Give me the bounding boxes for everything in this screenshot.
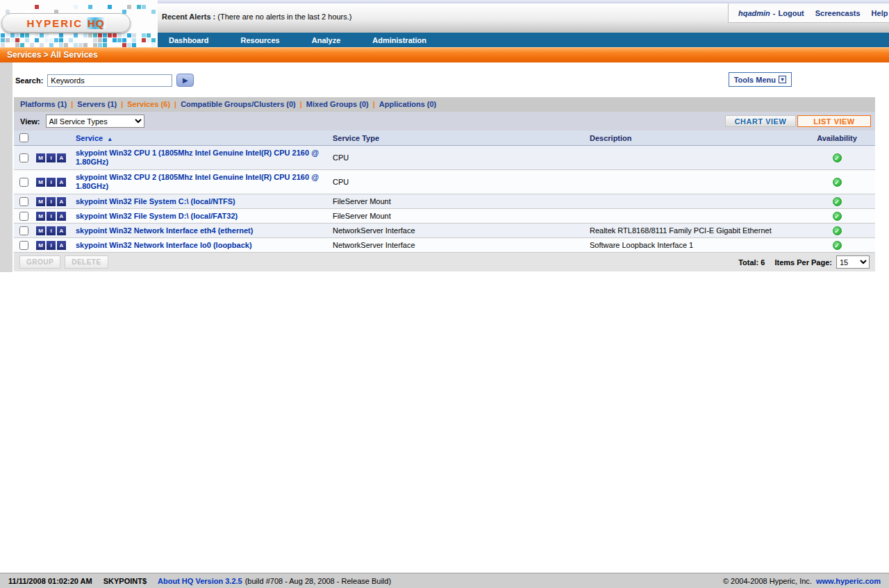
username: hqadmin [738, 9, 770, 17]
nav-item-administration[interactable]: Administration [361, 36, 438, 44]
inventory-badge[interactable]: I [47, 178, 56, 187]
service-link[interactable]: skypoint Win32 CPU 2 (1805Mhz Intel Genu… [76, 173, 327, 191]
table-row: MIAskypoint Win32 Network Interface eth4… [14, 224, 875, 238]
recent-alerts-label: Recent Alerts : [162, 12, 215, 21]
logo-hq-icon: HQ [87, 17, 106, 29]
table-row: MIAskypoint Win32 File System D:\ (local… [14, 209, 875, 224]
monitor-badge[interactable]: M [36, 153, 45, 162]
inventory-badge[interactable]: I [47, 241, 56, 250]
column-availability: Availability [799, 133, 875, 143]
column-description: Description [587, 133, 799, 143]
breadcrumb: Services > All Services [0, 47, 889, 62]
help-link[interactable]: Help [872, 9, 888, 17]
list-view-button[interactable]: LIST VIEW [797, 115, 871, 127]
inventory-badge[interactable]: I [47, 226, 56, 235]
search-submit-button[interactable]: ▶ [176, 74, 194, 87]
left-gutter [0, 62, 13, 272]
row-checkbox[interactable] [19, 212, 28, 221]
chevron-down-icon: ▾ [779, 76, 786, 83]
inventory-badge[interactable]: I [47, 197, 56, 206]
service-type: NetworkServer Interface [330, 226, 587, 235]
footer-build-info: (build #708 - Aug 28, 2008 - Release Bui… [245, 577, 391, 585]
service-link[interactable]: skypoint Win32 CPU 1 (1805Mhz Intel Genu… [76, 149, 327, 167]
search-input[interactable] [47, 74, 172, 87]
footer-timestamp: 11/11/2008 01:02:20 AM [8, 577, 92, 585]
alerts-badge[interactable]: A [57, 241, 66, 250]
service-description: Software Loopback Interface 1 [587, 240, 799, 250]
tab-servers[interactable]: Servers (1) [67, 100, 117, 108]
tab-compatible[interactable]: Compatible Groups/Clusters (0) [170, 100, 296, 108]
alerts-badge[interactable]: A [57, 153, 66, 162]
row-checkbox[interactable] [19, 197, 28, 206]
tab-platforms[interactable]: Platforms (1) [20, 100, 67, 108]
table-row: MIAskypoint Win32 Network Interface lo0 … [14, 238, 875, 253]
monitor-badge[interactable]: M [36, 212, 45, 221]
availability-ok-icon: ✓ [833, 197, 842, 206]
row-checkbox[interactable] [19, 241, 28, 250]
view-bar: View: All Service Types CHART VIEW LIST … [14, 112, 875, 131]
nav-item-dashboard[interactable]: Dashboard [158, 36, 219, 44]
nav-item-analyze[interactable]: Analyze [301, 36, 352, 44]
service-description [587, 181, 799, 183]
monitor-badge[interactable]: M [36, 226, 45, 235]
hyperic-logo[interactable]: HYPERIC HQ [1, 13, 131, 33]
recent-alerts: Recent Alerts : (There are no alerts in … [162, 12, 352, 21]
service-type: FileServer Mount [330, 196, 587, 206]
search-row: Search: ▶ [15, 74, 194, 87]
screencasts-link[interactable]: Screencasts [815, 9, 861, 17]
nav-item-resources[interactable]: Resources [229, 36, 290, 44]
row-checkbox[interactable] [19, 226, 28, 235]
availability-ok-icon: ✓ [833, 241, 842, 250]
alerts-badge[interactable]: A [57, 212, 66, 221]
service-link[interactable]: skypoint Win32 File System C:\ (local/NT… [76, 197, 235, 206]
services-table: Service ▲ Service Type Description Avail… [14, 131, 875, 271]
main-nav: DashboardResourcesAnalyzeAdministration [158, 33, 889, 47]
alerts-badge[interactable]: A [57, 197, 66, 206]
user-links-bar: hqadmin - Logout Screencasts Help [728, 3, 889, 23]
service-link[interactable]: skypoint Win32 Network Interface eth4 (e… [76, 226, 253, 235]
resource-tabs: Platforms (1)Servers (1)Services (6)Comp… [14, 97, 875, 112]
row-checkbox[interactable] [19, 178, 28, 187]
availability-ok-icon: ✓ [833, 212, 842, 221]
service-type: FileServer Mount [330, 211, 587, 221]
group-button[interactable]: GROUP [19, 255, 60, 269]
inventory-badge[interactable]: I [47, 212, 56, 221]
view-select[interactable]: All Service Types [46, 115, 144, 128]
availability-ok-icon: ✓ [833, 178, 842, 187]
submit-arrow-icon: ▶ [183, 76, 188, 84]
logout-link[interactable]: Logout [779, 9, 804, 17]
about-hq-link[interactable]: About HQ Version 3.2.5 [158, 577, 242, 585]
service-type: CPU [330, 177, 587, 187]
monitor-badge[interactable]: M [36, 241, 45, 250]
column-service-sort[interactable]: Service [76, 134, 103, 142]
content-area: Search: ▶ Tools Menu ▾ Platforms (1)Serv… [0, 62, 889, 573]
footer-host: SKYPOINT$ [103, 577, 147, 585]
delete-button[interactable]: DELETE [65, 255, 108, 269]
row-checkbox[interactable] [19, 153, 28, 162]
tab-mixed[interactable]: Mixed Groups (0) [296, 100, 369, 108]
service-link[interactable]: skypoint Win32 File System D:\ (local/FA… [76, 212, 238, 221]
monitor-badge[interactable]: M [36, 197, 45, 206]
service-link[interactable]: skypoint Win32 Network Interface lo0 (lo… [76, 241, 252, 250]
tab-applications[interactable]: Applications (0) [369, 100, 437, 108]
service-type: CPU [330, 153, 587, 162]
alerts-badge[interactable]: A [57, 178, 66, 187]
tools-menu-button[interactable]: Tools Menu ▾ [729, 72, 792, 87]
table-row: MIAskypoint Win32 CPU 1 (1805Mhz Intel G… [14, 146, 875, 170]
availability-ok-icon: ✓ [833, 226, 842, 235]
tab-services[interactable]: Services (6) [117, 100, 170, 108]
sort-asc-icon: ▲ [107, 136, 113, 142]
table-row: MIAskypoint Win32 File System C:\ (local… [14, 194, 875, 209]
inventory-badge[interactable]: I [47, 153, 56, 162]
user-separator: - [773, 9, 776, 17]
select-all-checkbox[interactable] [19, 133, 28, 142]
view-label: View: [20, 117, 40, 126]
items-per-page-select[interactable]: 15 [836, 255, 870, 269]
monitor-badge[interactable]: M [36, 178, 45, 187]
alerts-badge[interactable]: A [57, 226, 66, 235]
chart-view-button[interactable]: CHART VIEW [725, 115, 796, 127]
availability-ok-icon: ✓ [833, 153, 842, 162]
tools-menu-label: Tools Menu [734, 76, 776, 84]
hyperic-site-link[interactable]: www.hyperic.com [816, 577, 881, 585]
page-footer: 11/11/2008 01:02:20 AM SKYPOINT$ About H… [0, 573, 889, 588]
